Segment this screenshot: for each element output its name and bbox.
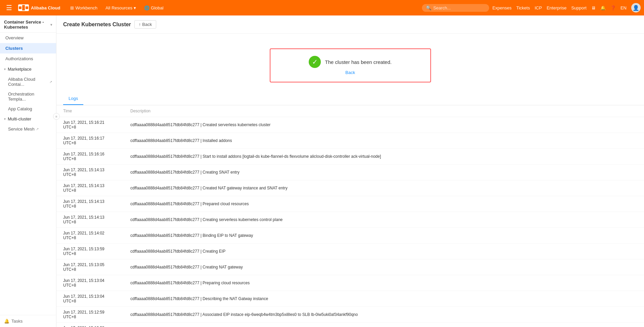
log-description: cdffaaaa0888d4aab8517fdb84fd8c277 | Prep…	[124, 275, 644, 291]
log-time: Jun 17, 2021, 15:14:13 UTC+8	[56, 196, 124, 212]
sidebar-service-title: Container Service - Kubernetes ▾	[0, 15, 56, 33]
sidebar-item-overview[interactable]: Overview	[0, 33, 56, 43]
log-time: Jun 17, 2021, 15:14:02 UTC+8	[56, 228, 124, 244]
help-icon[interactable]: ❓	[610, 5, 616, 10]
expenses-link[interactable]: Expenses	[492, 5, 512, 10]
lang-switcher[interactable]: EN	[620, 5, 627, 10]
log-time: Jun 17, 2021, 15:14:13 UTC+8	[56, 212, 124, 228]
table-row: Jun 17, 2021, 15:14:13 UTC+8 cdffaaaa088…	[56, 212, 644, 228]
table-row: Jun 17, 2021, 15:13:04 UTC+8 cdffaaaa088…	[56, 291, 644, 307]
time-column-header: Time	[56, 105, 124, 117]
logs-table-body: Jun 17, 2021, 15:16:21 UTC+8 cdffaaaa088…	[56, 117, 644, 327]
content-header: Create Kubernetes Cluster ↑ Back	[56, 15, 644, 34]
log-description: cdffaaaa0888d4aab8517fdb84fd8c277 | Crea…	[124, 117, 644, 133]
table-row: Jun 17, 2021, 15:14:13 UTC+8 cdffaaaa088…	[56, 180, 644, 196]
table-row: Jun 17, 2021, 15:16:17 UTC+8 cdffaaaa088…	[56, 133, 644, 149]
search-input[interactable]	[433, 5, 485, 10]
main-layout: Container Service - Kubernetes ▾ Overvie…	[0, 15, 644, 327]
log-description: cdffaaaa0888d4aab8517fdb84fd8c277 | Crea…	[124, 259, 644, 275]
enterprise-link[interactable]: Enterprise	[547, 5, 566, 10]
global-link[interactable]: 🌐 Global	[141, 4, 167, 12]
sidebar-multicluster-header[interactable]: ▾ Multi-cluster	[0, 114, 56, 124]
log-description: cdffaaaa0888d4aab8517fdb84fd8c277 | Asso…	[124, 323, 644, 327]
all-resources-link[interactable]: All Resources ▾	[102, 4, 139, 12]
log-description: cdffaaaa0888d4aab8517fdb84fd8c277 | Crea…	[124, 244, 644, 259]
sidebar-tasks[interactable]: 🔔 Tasks	[0, 315, 56, 327]
search-box[interactable]: 🔍	[422, 4, 489, 12]
log-time: Jun 17, 2021, 15:14:13 UTC+8	[56, 165, 124, 180]
svg-rect-2	[26, 6, 28, 9]
workbench-icon: ⊞	[70, 5, 74, 10]
svg-rect-1	[22, 5, 25, 10]
log-description: cdffaaaa0888d4aab8517fdb84fd8c277 | Star…	[124, 149, 644, 165]
chevron-down-icon: ▾	[4, 67, 6, 71]
table-row: Jun 17, 2021, 15:16:16 UTC+8 cdffaaaa088…	[56, 149, 644, 165]
log-description: cdffaaaa0888d4aab8517fdb84fd8c277 | Crea…	[124, 180, 644, 196]
log-time: Jun 17, 2021, 15:13:59 UTC+8	[56, 244, 124, 259]
support-link[interactable]: Support	[571, 5, 587, 10]
log-time: Jun 17, 2021, 15:16:16 UTC+8	[56, 149, 124, 165]
logo-icon	[18, 4, 29, 11]
hamburger-menu[interactable]: ☰	[3, 2, 15, 13]
sidebar-item-alibaba-cloud-contai[interactable]: Alibaba Cloud Contai... ↗	[0, 74, 56, 89]
tickets-link[interactable]: Tickets	[516, 5, 530, 10]
log-time: Jun 17, 2021, 15:16:17 UTC+8	[56, 133, 124, 149]
success-banner: ✓ The cluster has been created. Back	[270, 48, 431, 82]
table-row: Jun 17, 2021, 15:13:05 UTC+8 cdffaaaa088…	[56, 259, 644, 275]
log-time: Jun 17, 2021, 15:12:58 UTC+8	[56, 323, 124, 327]
tasks-bell-icon: 🔔	[4, 319, 9, 324]
tabs-row: Logs	[56, 93, 644, 105]
page-title: Create Kubernetes Cluster	[63, 22, 131, 28]
log-description: cdffaaaa0888d4aab8517fdb84fd8c277 | Crea…	[124, 165, 644, 180]
table-row: Jun 17, 2021, 15:13:04 UTC+8 cdffaaaa088…	[56, 275, 644, 291]
nav-links: ⊞ Workbench All Resources ▾ 🌐 Global	[67, 4, 167, 12]
globe-icon: 🌐	[144, 5, 149, 10]
success-text: The cluster has been created.	[325, 59, 391, 65]
bell-icon[interactable]: 🔔	[600, 5, 606, 10]
icp-link[interactable]: ICP	[534, 5, 542, 10]
sidebar-item-service-mesh[interactable]: Service Mesh ↗	[0, 124, 56, 134]
table-row: Jun 17, 2021, 15:14:02 UTC+8 cdffaaaa088…	[56, 228, 644, 244]
log-time: Jun 17, 2021, 15:12:59 UTC+8	[56, 307, 124, 323]
back-arrow-icon: ↑	[139, 22, 141, 27]
sidebar-marketplace-header[interactable]: ▾ Marketplace	[0, 64, 56, 74]
log-description: cdffaaaa0888d4aab8517fdb84fd8c277 | Asso…	[124, 307, 644, 323]
monitor-icon[interactable]: 🖥	[591, 5, 596, 10]
log-time: Jun 17, 2021, 15:13:05 UTC+8	[56, 259, 124, 275]
svg-rect-0	[19, 6, 22, 9]
sidebar-item-clusters[interactable]: Clusters	[0, 43, 56, 53]
table-row: Jun 17, 2021, 15:14:13 UTC+8 cdffaaaa088…	[56, 165, 644, 180]
sidebar-item-orchestration-templa[interactable]: Orchestration Templa...	[0, 89, 56, 104]
top-navigation: ☰ Alibaba Cloud ⊞ Workbench All Resource…	[0, 0, 644, 15]
success-back-link[interactable]: Back	[345, 70, 355, 75]
external-link-icon: ↗	[49, 80, 52, 84]
log-time: Jun 17, 2021, 15:14:13 UTC+8	[56, 180, 124, 196]
chevron-down-icon: ▾	[4, 117, 6, 121]
user-avatar[interactable]: 👤	[631, 3, 641, 12]
content-area: Create Kubernetes Cluster ↑ Back ✓ The c…	[56, 15, 644, 327]
sidebar-item-app-catalog[interactable]: App Catalog	[0, 104, 56, 114]
tab-logs[interactable]: Logs	[63, 93, 83, 105]
success-message-row: ✓ The cluster has been created.	[309, 56, 391, 68]
sidebar-collapse-button[interactable]: ≡	[53, 113, 60, 120]
nav-right-items: Expenses Tickets ICP Enterprise Support …	[492, 3, 641, 12]
workbench-link[interactable]: ⊞ Workbench	[67, 4, 101, 12]
log-description: cdffaaaa0888d4aab8517fdb84fd8c277 | Desc…	[124, 291, 644, 307]
table-row: Jun 17, 2021, 15:12:59 UTC+8 cdffaaaa088…	[56, 307, 644, 323]
external-link-icon: ↗	[36, 127, 39, 131]
sidebar-item-authorizations[interactable]: Authorizations	[0, 53, 56, 64]
log-description: cdffaaaa0888d4aab8517fdb84fd8c277 | Prep…	[124, 196, 644, 212]
table-row: Jun 17, 2021, 15:13:59 UTC+8 cdffaaaa088…	[56, 244, 644, 259]
table-row: Jun 17, 2021, 15:14:13 UTC+8 cdffaaaa088…	[56, 196, 644, 212]
table-row: Jun 17, 2021, 15:16:21 UTC+8 cdffaaaa088…	[56, 117, 644, 133]
sidebar: Container Service - Kubernetes ▾ Overvie…	[0, 15, 56, 327]
back-button[interactable]: ↑ Back	[134, 20, 156, 29]
log-time: Jun 17, 2021, 15:16:21 UTC+8	[56, 117, 124, 133]
logs-table: Time Description Jun 17, 2021, 15:16:21 …	[56, 105, 644, 327]
description-column-header: Description	[124, 105, 644, 117]
log-description: cdffaaaa0888d4aab8517fdb84fd8c277 | Inst…	[124, 133, 644, 149]
log-time: Jun 17, 2021, 15:13:04 UTC+8	[56, 275, 124, 291]
search-icon: 🔍	[426, 5, 431, 10]
chevron-down-icon: ▾	[134, 5, 136, 10]
logo-text: Alibaba Cloud	[31, 5, 60, 10]
